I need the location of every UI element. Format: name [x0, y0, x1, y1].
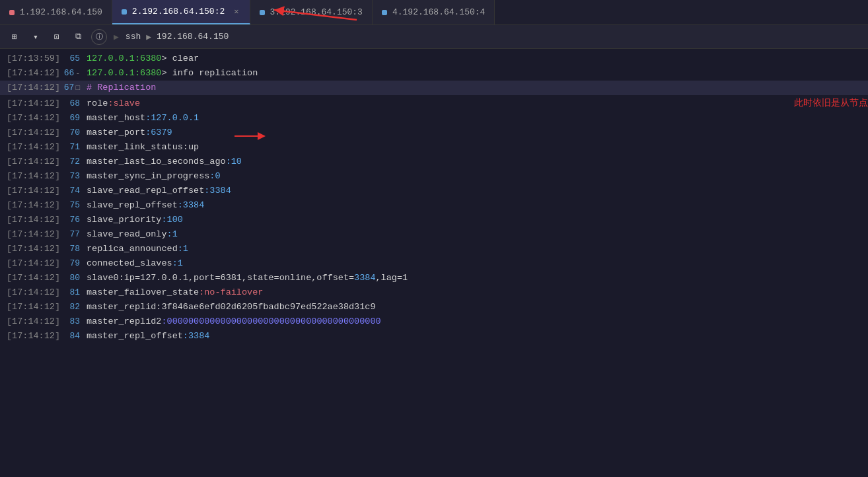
- content-part: :6379: [145, 128, 172, 137]
- content-part: :3384: [178, 200, 205, 210]
- timestamp: [17:14:12]: [0, 314, 60, 329]
- terminal-line: [17:14:12]80slave0:ip=127.0.0.1,port=638…: [0, 271, 868, 285]
- line-content: slave0:ip=127.0.0.1,port=6381,state=onli…: [87, 271, 868, 285]
- content-part: connected_slaves: [87, 258, 172, 268]
- ssh-label: ssh: [126, 32, 141, 42]
- line-content: slave_read_only:1: [87, 227, 868, 242]
- line-number: 73: [60, 169, 87, 184]
- tab-1[interactable]: 1.192.168.64.150: [0, 0, 112, 24]
- content-part: master_replid2: [87, 316, 161, 326]
- content-part: :1: [178, 244, 188, 254]
- timestamp: [17:14:12]: [0, 213, 60, 227]
- line-number: 79: [60, 256, 87, 271]
- content-part: :100: [161, 215, 182, 225]
- timestamp: [17:14:12]: [0, 126, 60, 140]
- terminal-line: [17:14:12]67□# Replication: [0, 81, 868, 95]
- tab-2[interactable]: 2.192.168.64.150:2✕: [112, 0, 250, 24]
- content-part: role: [87, 98, 108, 108]
- tab-label: 3.192.168.64.150:3: [270, 7, 363, 17]
- content-part: slave_repl_offset: [87, 200, 178, 210]
- content-part: :3384: [204, 186, 231, 196]
- line-content: master_replid:3f846ae6efd02d6205fbadbc97…: [87, 300, 868, 314]
- content-part: > info replication: [161, 68, 258, 78]
- terminal: [17:13:59]65127.0.0.1:6380> clear[17:14:…: [0, 49, 868, 477]
- terminal-line: [17:14:12]70master_port:6379: [0, 126, 868, 140]
- tab-4[interactable]: 4.192.168.64.150:4: [373, 0, 495, 24]
- content-part: :slave: [108, 98, 140, 108]
- timestamp: [17:14:12]: [0, 155, 60, 169]
- timestamp: [17:14:12]: [0, 198, 60, 213]
- line-number: 65: [60, 52, 87, 66]
- content-part: :ip=127.0.0.1,port=6381,state=online,off…: [119, 273, 354, 283]
- content-part: master_failover_state: [87, 287, 199, 297]
- content-part: 127.0.0.1:6380: [87, 68, 161, 78]
- terminal-line: [17:14:12]77slave_read_only:1: [0, 227, 868, 242]
- timestamp: [17:14:12]: [0, 300, 60, 314]
- line-number: 83: [60, 314, 87, 329]
- line-number: 72: [60, 155, 87, 169]
- line-marker: □: [75, 84, 80, 92]
- content-part: 127.0.0.1:6380: [87, 54, 161, 63]
- terminal-line: [17:14:12]69master_host:127.0.0.1: [0, 111, 868, 126]
- line-content: master_link_status:up: [87, 140, 868, 155]
- terminal-line: [17:14:12]72master_last_io_seconds_ago:1…: [0, 155, 868, 169]
- tab-close-button[interactable]: ✕: [233, 7, 240, 17]
- timestamp: [17:14:12]: [0, 271, 60, 285]
- content-part: :000000000000000000000000000000000000000…: [161, 316, 380, 326]
- line-number: 76: [60, 213, 87, 227]
- line-number: 66-: [60, 66, 87, 81]
- content-part: master_link_status: [87, 142, 183, 152]
- content-part: master_sync_in_progress: [87, 171, 209, 181]
- terminal-line: [17:14:12]75slave_repl_offset:3384: [0, 198, 868, 213]
- tab-bar: 1.192.168.64.1502.192.168.64.150:2✕3.192…: [0, 0, 868, 25]
- tab-dot: [122, 9, 127, 15]
- terminal-line: [17:14:12]71master_link_status:up: [0, 140, 868, 155]
- content-part: master_replid: [87, 302, 156, 312]
- content-part: master_last_io_seconds_ago: [87, 157, 226, 166]
- content-part: # Replication: [87, 83, 156, 92]
- maximize-button[interactable]: ⊡: [49, 29, 65, 45]
- content-part: :0: [209, 171, 220, 181]
- new-tab-button[interactable]: ⊞: [7, 29, 22, 45]
- line-number: 80: [60, 271, 87, 285]
- line-number: 71: [60, 140, 87, 155]
- terminal-line: [17:14:12]84master_repl_offset:3384: [0, 329, 868, 344]
- line-content: replica_announced:1: [87, 242, 868, 256]
- split-button[interactable]: ▾: [28, 29, 44, 45]
- terminal-line: [17:14:12]73master_sync_in_progress:0: [0, 169, 868, 184]
- line-content: slave_priority:100: [87, 213, 868, 227]
- content-part: > clear: [161, 54, 199, 63]
- line-content: # Replication: [87, 81, 868, 95]
- ssh-path: ssh: [126, 32, 141, 42]
- timestamp: [17:14:12]: [0, 184, 60, 198]
- content-part: :no-failover: [199, 287, 263, 297]
- line-number: 81: [60, 285, 87, 300]
- line-number: 67□: [60, 81, 87, 95]
- content-part: :3f846ae6efd02d6205fbadbc97ed522ae38d31c…: [156, 302, 375, 312]
- content-part: master_port: [87, 128, 145, 137]
- line-content: connected_slaves:1: [87, 256, 868, 271]
- content-part: :1: [172, 258, 183, 268]
- timestamp: [17:14:12]: [0, 140, 60, 155]
- line-content: master_repl_offset:3384: [87, 329, 868, 344]
- restore-button[interactable]: ⧉: [70, 29, 86, 45]
- line-number: 78: [60, 242, 87, 256]
- tab-dot: [382, 10, 387, 15]
- timestamp: [17:14:12]: [0, 242, 60, 256]
- tab-dot: [9, 10, 15, 15]
- content-part: replica_announced: [87, 244, 178, 254]
- content-part: ,lag=1: [376, 273, 408, 283]
- content-part: :1: [167, 229, 178, 239]
- terminal-line: [17:14:12]68role:slave此时依旧是从节点: [0, 95, 868, 111]
- info-button[interactable]: ⓘ: [91, 29, 107, 45]
- timestamp: [17:14:12]: [0, 256, 60, 271]
- terminal-line: [17:14:12]66-127.0.0.1:6380> info replic…: [0, 66, 868, 81]
- tab-label: 4.192.168.64.150:4: [392, 7, 485, 17]
- tab-label: 1.192.168.64.150: [20, 7, 102, 17]
- line-content: master_replid2:0000000000000000000000000…: [87, 314, 868, 329]
- content-part: 3384: [354, 273, 375, 283]
- tab-3[interactable]: 3.192.168.64.150:3: [250, 0, 373, 24]
- line-content: 127.0.0.1:6380> info replication: [87, 66, 868, 81]
- tab-dot: [260, 10, 265, 15]
- line-content: master_last_io_seconds_ago:10: [87, 155, 868, 169]
